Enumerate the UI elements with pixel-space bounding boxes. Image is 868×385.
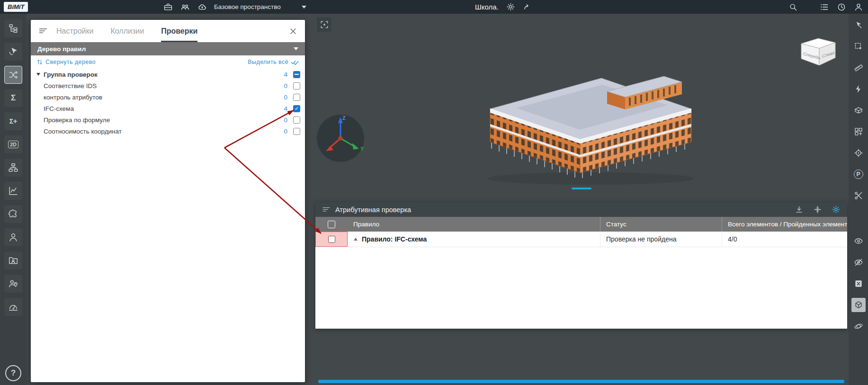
- user-icon[interactable]: [854, 2, 863, 12]
- measure-icon[interactable]: [851, 61, 866, 75]
- table-settings-icon[interactable]: [832, 205, 841, 214]
- help-button[interactable]: ?: [5, 365, 21, 381]
- settings-icon[interactable]: [506, 2, 515, 11]
- checkbox-formula-check[interactable]: [293, 116, 300, 124]
- quick-section-icon[interactable]: [851, 82, 866, 96]
- search-icon[interactable]: [788, 2, 798, 12]
- attribute-check-panel: Атрибутивная проверка Правило Статус Все…: [315, 202, 847, 329]
- tab-collisions[interactable]: Коллизии: [110, 20, 144, 42]
- rules-panel: Настройки Коллизии Проверки Дерево прави…: [31, 20, 305, 382]
- panel-resize-handle[interactable]: [572, 188, 591, 189]
- isolate-icon[interactable]: [851, 298, 866, 312]
- navigation-gizmo[interactable]: Z Y: [314, 112, 367, 164]
- close-icon[interactable]: [289, 27, 297, 36]
- row-checkbox-cell[interactable]: [315, 232, 348, 247]
- dashboard-icon[interactable]: [4, 298, 22, 316]
- expand-caret-icon[interactable]: [36, 73, 40, 76]
- checkbox-attribute-control[interactable]: [293, 94, 300, 101]
- cursor-select-icon[interactable]: [851, 18, 866, 32]
- table-row[interactable]: Правило: IFC-схема Проверка не пройдена …: [315, 232, 847, 247]
- checkbox-ifc-schema[interactable]: [293, 105, 300, 112]
- column-totals[interactable]: Всего элементов / Пройденных элементов: [722, 217, 847, 232]
- row-checkbox[interactable]: [328, 236, 335, 243]
- tree-row-ids[interactable]: Соответствие IDS 0: [31, 80, 305, 91]
- checks-icon[interactable]: [4, 66, 22, 84]
- tab-settings[interactable]: Настройки: [56, 20, 93, 42]
- section-plane-icon[interactable]: [851, 103, 866, 117]
- structure-icon[interactable]: [4, 159, 22, 177]
- column-status[interactable]: Статус: [600, 217, 722, 232]
- section-title: Дерево правил: [37, 45, 86, 53]
- rules-tree-section-header[interactable]: Дерево правил: [31, 42, 305, 55]
- fit-view-button[interactable]: [317, 17, 331, 32]
- checkbox-ids[interactable]: [293, 82, 300, 90]
- checkbox-coordinates[interactable]: [293, 128, 300, 135]
- tree-row-coordinates[interactable]: Соотносимость координат 0: [31, 125, 305, 137]
- export-icon[interactable]: [795, 205, 804, 214]
- area-select-icon[interactable]: [851, 39, 866, 54]
- fit-rows-icon[interactable]: [813, 205, 822, 214]
- user-location-icon[interactable]: [4, 275, 22, 293]
- tree-row-formula-check[interactable]: Проверка по формуле 0: [31, 114, 305, 125]
- grid-icon[interactable]: [851, 125, 866, 139]
- rules-panel-tabs: Настройки Коллизии Проверки: [56, 20, 197, 42]
- cloud-sync-icon[interactable]: [197, 2, 207, 12]
- orbit-icon[interactable]: [851, 319, 866, 333]
- column-rule[interactable]: Правило: [348, 217, 600, 232]
- menu-icon[interactable]: [38, 27, 48, 36]
- sum-add-icon[interactable]: Σ+: [4, 112, 22, 130]
- gizmo-z-label: Z: [342, 115, 346, 121]
- menu-icon[interactable]: [322, 206, 331, 214]
- gizmo-y-label: Y: [360, 146, 364, 152]
- sort-caret-icon[interactable]: [354, 238, 358, 241]
- clip-icon[interactable]: [851, 188, 866, 203]
- list-icon[interactable]: [820, 2, 829, 12]
- rule-count: 4: [279, 71, 287, 78]
- tab-checks[interactable]: Проверки: [161, 20, 197, 42]
- select-tool-icon[interactable]: [4, 43, 22, 61]
- rule-count: 0: [279, 82, 287, 90]
- workspace-selector-label: Базовое пространство: [214, 3, 281, 10]
- charts-icon[interactable]: [4, 182, 22, 200]
- double-check-icon: [291, 59, 299, 65]
- share-icon[interactable]: [523, 2, 532, 11]
- chevron-down-icon: [294, 47, 298, 50]
- sum-icon[interactable]: Σ: [4, 89, 22, 107]
- hide-box-icon[interactable]: [851, 277, 866, 291]
- collapse-tree-link[interactable]: Свернуть дерево: [36, 59, 96, 65]
- status-cell: Проверка не пройдена: [600, 232, 722, 247]
- rules-tree: Группа проверок 4 Соответствие IDS 0 кон…: [31, 69, 305, 137]
- locate-icon[interactable]: [851, 146, 866, 160]
- tree-row-attribute-control[interactable]: контроль атрибутов 0: [31, 91, 305, 103]
- rule-count: 0: [279, 116, 287, 124]
- model-tree-icon[interactable]: [4, 19, 22, 37]
- totals-cell: 4/0: [722, 232, 847, 247]
- team-icon[interactable]: [180, 2, 190, 12]
- select-all-checkbox[interactable]: [328, 221, 335, 228]
- left-toolbar: Σ Σ+ 2D: [0, 14, 27, 385]
- horizontal-scrollbar[interactable]: [318, 380, 844, 383]
- rule-count: 0: [279, 128, 287, 135]
- rule-cell[interactable]: Правило: IFC-схема: [348, 232, 600, 247]
- plugins-icon[interactable]: [4, 205, 22, 223]
- view-2d-icon[interactable]: 2D: [4, 135, 22, 153]
- app-logo: BiMiT: [4, 2, 28, 12]
- view-cube[interactable]: Спереди Слева: [796, 35, 841, 69]
- attribute-panel-header: Атрибутивная проверка: [315, 202, 847, 217]
- rules-panel-header: Настройки Коллизии Проверки: [31, 20, 305, 42]
- workspace-selector[interactable]: Базовое пространство: [214, 0, 306, 14]
- plan-mode-icon[interactable]: P: [851, 167, 866, 181]
- checkbox-group[interactable]: [293, 71, 300, 78]
- show-icon[interactable]: [851, 234, 866, 248]
- history-icon[interactable]: [837, 2, 846, 12]
- user-icon[interactable]: [4, 228, 22, 246]
- hide-icon[interactable]: [851, 255, 866, 269]
- attribute-panel-title: Атрибутивная проверка: [335, 206, 411, 214]
- shared-folder-icon[interactable]: [4, 251, 22, 269]
- apps-icon[interactable]: [163, 2, 173, 12]
- topbar: BiMiT Базовое пространство Школа.: [0, 0, 868, 14]
- rule-count: 4: [279, 105, 287, 112]
- tree-row-group[interactable]: Группа проверок 4: [31, 69, 305, 80]
- select-all-link[interactable]: Выделить всё: [248, 59, 299, 65]
- tree-row-ifc-schema[interactable]: IFC-схема 4: [31, 103, 305, 114]
